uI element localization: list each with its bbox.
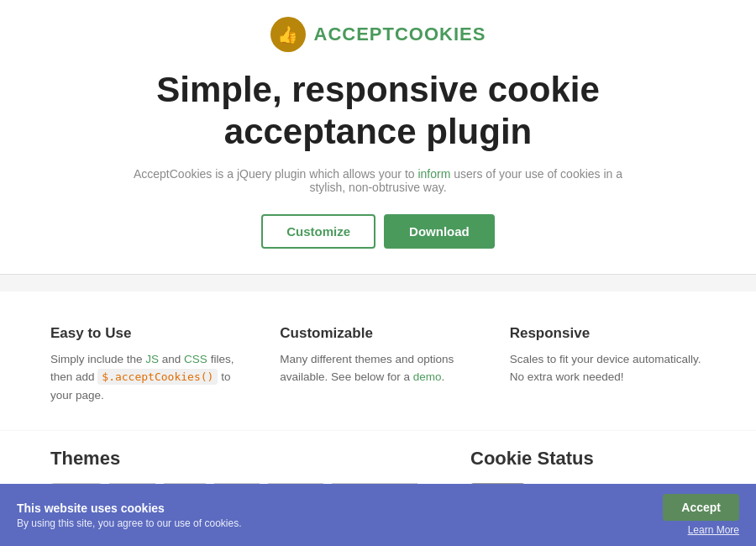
inform-link[interactable]: inform (417, 167, 450, 181)
download-button[interactable]: Download (384, 214, 495, 249)
themes-title: Themes (50, 448, 437, 470)
cookie-banner-actions: Accept Learn More (663, 494, 739, 536)
feature-responsive-title: Responsive (510, 325, 706, 342)
feature-customizable-desc: Many different themes and options availa… (280, 350, 475, 386)
cookie-banner-text: This website uses cookies By using this … (17, 501, 663, 529)
logo-icon: 👍 (270, 17, 306, 52)
cookie-banner: This website uses cookies By using this … (0, 484, 756, 546)
feature-easy-desc: Simply include the JS and CSS files, the… (50, 350, 246, 405)
feature-easy-title: Easy to Use (50, 325, 246, 342)
feature-responsive: Responsive Scales to fit your device aut… (510, 325, 706, 405)
hero-title: Simple, responsive cookie acceptance plu… (84, 69, 672, 154)
css-link[interactable]: CSS (184, 353, 207, 365)
hero-subtitle: AcceptCookies is a jQuery plugin which a… (126, 167, 630, 194)
cookie-banner-subtitle: By using this site, you agree to our use… (17, 517, 663, 529)
js-link[interactable]: JS (145, 353, 159, 365)
features-section: Easy to Use Simply include the JS and CS… (0, 291, 756, 430)
learn-more-button[interactable]: Learn More (688, 524, 739, 536)
header-section: 👍 ACCEPTCOOKIES Simple, responsive cooki… (0, 0, 756, 275)
accept-button[interactable]: Accept (663, 494, 739, 521)
logo-area: 👍 ACCEPTCOOKIES (17, 17, 739, 52)
hero-buttons: Customize Download (17, 214, 739, 249)
feature-easy: Easy to Use Simply include the JS and CS… (50, 325, 246, 405)
logo-text: ACCEPTCOOKIES (314, 24, 486, 45)
cookie-banner-title: This website uses cookies (17, 501, 663, 515)
feature-responsive-desc: Scales to fit your device automatically.… (510, 350, 706, 386)
code-snippet: $.acceptCookies() (97, 369, 218, 385)
feature-customizable: Customizable Many different themes and o… (280, 325, 475, 405)
demo-link[interactable]: demo (413, 370, 442, 383)
cookie-status-title: Cookie Status (470, 448, 706, 470)
feature-customizable-title: Customizable (280, 325, 475, 342)
customize-button[interactable]: Customize (261, 214, 375, 249)
